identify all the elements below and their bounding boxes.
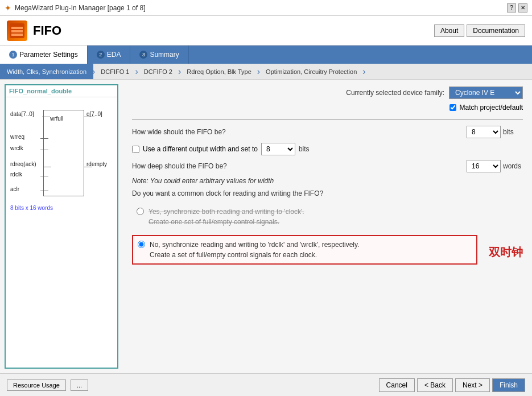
step-arrow-1: › (92, 67, 95, 77)
title-bar-controls: ? ✕ (507, 3, 527, 13)
step-rdreq[interactable]: Rdreq Option, Blk Type (180, 64, 258, 79)
ellipsis-button[interactable]: ... (71, 380, 88, 391)
cancel-button[interactable]: Cancel (379, 378, 415, 392)
radio-no-text: No, synchronize reading and writing to '… (150, 240, 359, 260)
app-icon: ✦ (5, 3, 11, 13)
tab-summary[interactable]: 3 Summary (130, 46, 188, 64)
signal-data: data[7..0] (10, 111, 34, 117)
signal-wrclk: wrclk (10, 145, 23, 151)
radio-yes[interactable] (137, 208, 144, 215)
tab-eda[interactable]: 2 EDA (88, 46, 131, 64)
note-text: Note: You could enter arbitrary values f… (132, 177, 523, 185)
device-family-label: Currently selected device family: (346, 89, 444, 97)
help-button[interactable]: ? (507, 3, 516, 13)
step-dcfifo1[interactable]: DCFIFO 1 (94, 64, 136, 79)
width-label: How wide should the FIFO be? (132, 128, 462, 136)
signal-aclr: aclr (10, 186, 19, 192)
depth-label: How deep should the FIFO be? (132, 162, 462, 170)
device-family-select[interactable]: Cyclone IV E (449, 86, 523, 99)
width-setting-row: How wide should the FIFO be? 8 bits (132, 126, 523, 138)
app-title: FIFO (33, 23, 61, 38)
bottom-left: Resource Usage ... (7, 380, 88, 391)
title-bar-left: ✦ MegaWizard Plug-In Manager [page 1 of … (5, 3, 145, 13)
step-arrow-2: › (135, 67, 138, 77)
width-unit: bits (503, 128, 523, 136)
match-row: Match project/default (132, 104, 523, 112)
step-arrow-3: › (178, 67, 181, 77)
annotation-text: 双时钟 (489, 245, 523, 260)
step-label-2: DCFIFO 1 (101, 68, 129, 75)
depth-setting-row: How deep should the FIFO be? 16 words (132, 160, 523, 172)
tab-label-2: EDA (107, 51, 121, 59)
output-width-checkbox[interactable] (132, 146, 139, 153)
output-width-unit: bits (299, 145, 319, 153)
depth-control: 16 words (467, 160, 523, 172)
diagram-box (43, 110, 84, 196)
tab-num-1: 1 (9, 51, 17, 59)
about-button[interactable]: About (434, 24, 464, 37)
resource-usage-button[interactable]: Resource Usage (7, 380, 66, 391)
svg-rect-2 (11, 30, 23, 32)
step-label-1: Width, Clks, Synchronization (7, 68, 86, 75)
tab-label-3: Summary (150, 51, 179, 59)
step-label-3: DCFIFO 2 (144, 68, 172, 75)
left-panel: FIFO_normal_double data[7..0] wrfull wrr… (5, 84, 118, 369)
step-label-4: Rdreq Option, Blk Type (187, 68, 251, 75)
title-bar: ✦ MegaWizard Plug-In Manager [page 1 of … (0, 0, 532, 16)
header-left: FIFO (7, 20, 61, 41)
close-button[interactable]: ✕ (518, 3, 527, 13)
tab-num-3: 3 (139, 51, 147, 59)
signal-rdreq-ack: rdreq(ack) (10, 161, 36, 167)
clock-question: Do you want a common clock for reading a… (132, 189, 523, 197)
bottom-right: Cancel < Back Next > Finish (379, 378, 525, 392)
signal-wrreq: wrreq (10, 134, 24, 140)
depth-select[interactable]: 16 (467, 160, 501, 172)
step-label-5: Optimization, Circuitry Protection (266, 68, 357, 75)
documentation-button[interactable]: Documentation (467, 24, 525, 37)
width-control: 8 bits (467, 126, 523, 138)
depth-unit: words (503, 162, 523, 170)
window-title: MegaWizard Plug-In Manager [page 1 of 8] (15, 4, 145, 12)
right-panel: Currently selected device family: Cyclon… (123, 80, 532, 373)
divider-1 (132, 119, 523, 120)
radio-yes-text: Yes, synchronize both reading and writin… (149, 207, 304, 227)
tabs-row: 1 Parameter Settings 2 EDA 3 Summary (0, 46, 532, 64)
tab-num-2: 2 (97, 51, 105, 59)
steps-bar: Width, Clks, Synchronization › DCFIFO 1 … (0, 64, 532, 80)
diagram-title: FIFO_normal_double (6, 85, 117, 97)
output-width-select[interactable]: 8 (261, 143, 295, 155)
step-arrow-4: › (257, 67, 260, 77)
diagram-note: 8 bits x 16 words (10, 205, 53, 211)
fifo-icon (7, 20, 27, 41)
match-checkbox[interactable] (449, 104, 456, 111)
radio-no-label: No, synchronize reading and writing to '… (150, 241, 359, 249)
output-width-label: Use a different output width and set to (143, 145, 258, 153)
radio-yes-sublabel: Create one set of full/empty control sig… (149, 218, 279, 226)
radio-no-sublabel: Create a set of full/empty control signa… (150, 251, 317, 259)
tab-parameter-settings[interactable]: 1 Parameter Settings (0, 46, 88, 64)
header-buttons: About Documentation (434, 24, 525, 37)
step-optimization[interactable]: Optimization, Circuitry Protection (259, 64, 364, 79)
bottom-bar: Resource Usage ... Cancel < Back Next > … (0, 373, 532, 396)
step-width-clks[interactable]: Width, Clks, Synchronization (0, 64, 93, 79)
output-width-row: Use a different output width and set to … (132, 143, 523, 155)
signal-wrfull: wrfull (50, 116, 84, 122)
svg-rect-3 (11, 34, 23, 36)
header: FIFO About Documentation (0, 16, 532, 46)
radio-option-yes: Yes, synchronize both reading and writin… (132, 203, 523, 230)
main-content: FIFO_normal_double data[7..0] wrfull wrr… (0, 80, 532, 373)
next-button[interactable]: Next > (455, 378, 490, 392)
step-dcfifo2[interactable]: DCFIFO 2 (137, 64, 179, 79)
radio-option-no: No, synchronize reading and writing to '… (132, 235, 477, 265)
svg-rect-1 (11, 27, 23, 29)
tab-label-1: Parameter Settings (19, 51, 78, 59)
finish-button[interactable]: Finish (492, 378, 525, 392)
signal-rdclk: rdclk (10, 171, 22, 178)
step-arrow-5: › (362, 67, 365, 77)
device-family-row: Currently selected device family: Cyclon… (132, 86, 523, 99)
radio-no[interactable] (138, 241, 145, 248)
radio-option-no-wrapper: No, synchronize reading and writing to '… (132, 235, 523, 269)
match-label: Match project/default (460, 104, 523, 112)
width-select[interactable]: 8 (467, 126, 501, 138)
back-button[interactable]: < Back (417, 378, 453, 392)
